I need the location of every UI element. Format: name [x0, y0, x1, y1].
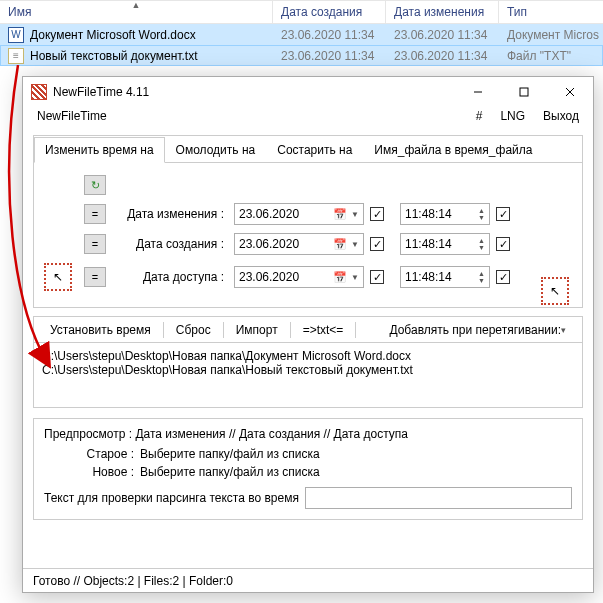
column-header-type[interactable]: Тип	[499, 1, 603, 23]
chevron-down-icon: ▼	[351, 273, 359, 282]
txt-op-button[interactable]: =>txt<=	[293, 317, 354, 342]
minimize-icon	[473, 87, 483, 97]
file-path[interactable]: C:\Users\stepu\Desktop\Новая папка\Новый…	[42, 363, 574, 377]
column-header-modified[interactable]: Дата изменения	[386, 1, 499, 23]
checkbox-time-accessed[interactable]	[496, 270, 510, 284]
time-accessed-value: 11:48:14	[405, 270, 452, 284]
checkbox-time-modified[interactable]	[496, 207, 510, 221]
cursor-icon: ↖	[550, 284, 560, 298]
menubar: NewFileTime # LNG Выход	[23, 107, 593, 129]
titlebar[interactable]: NewFileTime 4.11	[23, 77, 593, 107]
date-created-picker[interactable]: 23.06.2020 📅▼	[234, 233, 364, 255]
tab-container: Изменить время на Омолодить на Состарить…	[33, 135, 583, 308]
separator	[355, 322, 356, 338]
calendar-icon: 📅	[333, 238, 347, 251]
separator	[223, 322, 224, 338]
text-file-icon: ≡	[8, 48, 24, 64]
app-window: NewFileTime 4.11 NewFileTime # LNG Выход…	[22, 76, 594, 593]
file-created-label: 23.06.2020 11:34	[273, 28, 386, 42]
tab-older[interactable]: Состарить на	[266, 137, 363, 163]
spinner-icon: ▲▼	[478, 207, 485, 221]
old-key: Старое :	[44, 447, 134, 461]
equalize-modified-button[interactable]: =	[84, 204, 106, 224]
equalize-created-button[interactable]: =	[84, 234, 106, 254]
parse-test-input[interactable]	[305, 487, 572, 509]
status-text: Готово // Objects:2 | Files:2 | Folder:0	[33, 574, 233, 588]
tab-name-in-time[interactable]: Имя_файла в время_файла	[363, 137, 543, 163]
date-modified-value: 23.06.2020	[239, 207, 299, 221]
date-modified-picker[interactable]: 23.06.2020 📅▼	[234, 203, 364, 225]
maximize-button[interactable]	[501, 77, 547, 107]
file-row[interactable]: ≡ Новый текстовый документ.txt 23.06.202…	[0, 45, 603, 66]
dropped-files-list[interactable]: C:\Users\stepu\Desktop\Новая папка\Докум…	[33, 342, 583, 408]
time-modified-picker[interactable]: 11:48:14 ▲▼	[400, 203, 490, 225]
maximize-icon	[519, 87, 529, 97]
equalize-accessed-button[interactable]: =	[84, 267, 106, 287]
word-file-icon: W	[8, 27, 24, 43]
tab-change-time[interactable]: Изменить время на	[34, 137, 165, 163]
minimize-button[interactable]	[455, 77, 501, 107]
new-key: Новое :	[44, 465, 134, 479]
file-type-label: Документ Micros	[499, 28, 603, 42]
date-accessed-value: 23.06.2020	[239, 270, 299, 284]
spinner-icon: ▲▼	[478, 237, 485, 251]
column-header-name-label: Имя	[8, 5, 31, 19]
window-title: NewFileTime 4.11	[53, 85, 455, 99]
preview-header: Предпросмотр : Дата изменения // Дата со…	[44, 427, 572, 441]
spinner-icon: ▲▼	[478, 270, 485, 284]
preview-panel: Предпросмотр : Дата изменения // Дата со…	[33, 418, 583, 520]
checkbox-date-modified[interactable]	[370, 207, 384, 221]
checkbox-time-created[interactable]	[496, 237, 510, 251]
separator	[290, 322, 291, 338]
tab-body: ↻ = Дата изменения : 23.06.2020 📅▼ 11:48…	[34, 163, 582, 307]
chevron-down-icon: ▼	[351, 210, 359, 219]
date-created-value: 23.06.2020	[239, 237, 299, 251]
pick-from-file-button[interactable]: ↖	[44, 263, 72, 291]
menu-lng[interactable]: LNG	[496, 107, 529, 125]
action-bar: Установить время Сброс Импорт =>txt<= До…	[33, 316, 583, 342]
menu-exit[interactable]: Выход	[539, 107, 583, 125]
menu-hash[interactable]: #	[472, 107, 487, 125]
explorer-header-row: ▲ Имя Дата создания Дата изменения Тип	[0, 0, 603, 24]
app-icon	[31, 84, 47, 100]
pick-target-button[interactable]: ↖	[541, 277, 569, 305]
tab-younger[interactable]: Омолодить на	[165, 137, 267, 163]
checkbox-date-created[interactable]	[370, 237, 384, 251]
file-modified-label: 23.06.2020 11:34	[386, 49, 499, 63]
sort-asc-icon: ▲	[132, 0, 141, 10]
import-button[interactable]: Импорт	[226, 317, 288, 342]
explorer-file-list: ▲ Имя Дата создания Дата изменения Тип W…	[0, 0, 603, 66]
close-button[interactable]	[547, 77, 593, 107]
file-type-label: Файл "TXT"	[499, 49, 603, 63]
file-modified-label: 23.06.2020 11:34	[386, 28, 499, 42]
label-accessed: Дата доступа :	[118, 270, 228, 284]
cursor-icon: ↖	[53, 270, 63, 284]
close-icon	[565, 87, 575, 97]
file-row[interactable]: W Документ Microsoft Word.docx 23.06.202…	[0, 24, 603, 45]
time-created-value: 11:48:14	[405, 237, 452, 251]
chevron-down-icon: ▼	[351, 240, 359, 249]
add-on-drag-dropdown[interactable]: Добавлять при перетягивании:	[379, 317, 576, 342]
file-name-label: Документ Microsoft Word.docx	[30, 28, 196, 42]
checkbox-date-accessed[interactable]	[370, 270, 384, 284]
file-name-label: Новый текстовый документ.txt	[30, 49, 198, 63]
label-modified: Дата изменения :	[118, 207, 228, 221]
file-created-label: 23.06.2020 11:34	[273, 49, 386, 63]
menu-app[interactable]: NewFileTime	[33, 107, 111, 125]
svg-rect-1	[520, 88, 528, 96]
column-header-created[interactable]: Дата создания	[273, 1, 386, 23]
parse-label: Текст для проверки парсинга текста во вр…	[44, 491, 299, 505]
status-bar: Готово // Objects:2 | Files:2 | Folder:0	[23, 568, 593, 592]
date-accessed-picker[interactable]: 23.06.2020 📅▼	[234, 266, 364, 288]
tabstrip: Изменить время на Омолодить на Состарить…	[34, 136, 582, 163]
time-accessed-picker[interactable]: 11:48:14 ▲▼	[400, 266, 490, 288]
row-accessed: ↖ = Дата доступа : 23.06.2020 📅▼ 11:48:1…	[44, 263, 572, 291]
label-created: Дата создания :	[118, 237, 228, 251]
time-created-picker[interactable]: 11:48:14 ▲▼	[400, 233, 490, 255]
reset-button[interactable]: Сброс	[166, 317, 221, 342]
refresh-button[interactable]: ↻	[84, 175, 106, 195]
file-path[interactable]: C:\Users\stepu\Desktop\Новая папка\Докум…	[42, 349, 574, 363]
column-header-name[interactable]: ▲ Имя	[0, 1, 273, 23]
set-time-button[interactable]: Установить время	[40, 317, 161, 342]
row-created: = Дата создания : 23.06.2020 📅▼ 11:48:14…	[44, 233, 572, 255]
